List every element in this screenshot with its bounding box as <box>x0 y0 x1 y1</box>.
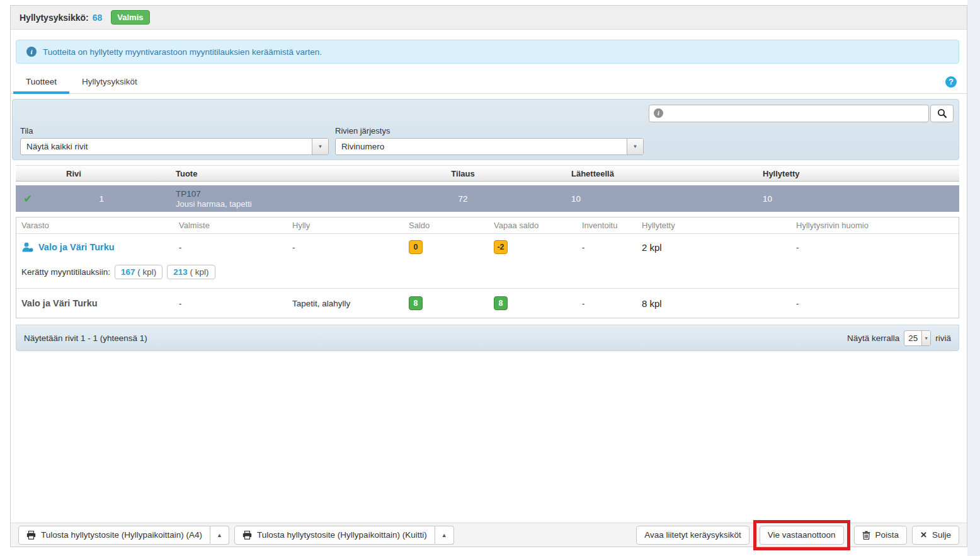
row-hyllytetty: 10 <box>746 194 959 204</box>
user-icon <box>21 242 34 252</box>
cell-valmiste: - <box>179 243 292 252</box>
print-a4-dropdown-toggle[interactable]: ▲ <box>210 526 229 545</box>
info-banner-text: Tuotteita on hyllytetty myyntivarastoon … <box>43 47 322 57</box>
subheader-varasto: Varasto <box>16 221 179 230</box>
header-hyllytetty: Hyllytetty <box>746 169 959 178</box>
cell-valmiste: - <box>179 299 292 308</box>
help-icon[interactable]: ? <box>945 76 957 88</box>
dialog-title-number: 68 <box>93 13 103 23</box>
subheader-vapaa-saldo: Vapaa saldo <box>494 221 582 230</box>
warehouse-link[interactable]: Valo ja Väri Turku <box>38 242 115 252</box>
saldo-badge: 0 <box>409 240 423 254</box>
page-size-select[interactable]: 25 ▼ <box>904 330 931 346</box>
open-picking-units-button[interactable]: Avaa liitetyt keräysyksiköt <box>636 526 749 545</box>
row-order-label: Rivien järjestys <box>335 126 644 136</box>
product-row-selected[interactable]: ✔ 1 TP107 Jousi harmaa, tapetti 72 10 10 <box>16 185 959 212</box>
printer-icon <box>242 531 252 540</box>
tab-tuotteet[interactable]: Tuotteet <box>13 71 69 93</box>
warehouse-detail-panel: Varasto Valmiste Hylly Saldo Vapaa saldo… <box>16 217 959 318</box>
row-rivi: 1 <box>43 194 104 204</box>
page-size-label: Näytä kerralla <box>847 333 899 343</box>
picked-qty-suffix: ( kpl) <box>135 267 157 277</box>
warehouse-name: Valo ja Väri Turku <box>21 298 98 308</box>
tab-bar: Tuotteet Hyllytysyksiköt ? <box>11 71 967 94</box>
search-info-icon: i <box>654 108 663 118</box>
caret-up-icon: ▲ <box>217 532 222 538</box>
subheader-hylly: Hylly <box>292 221 409 230</box>
rows-label: riviä <box>935 333 951 343</box>
cell-hylly: - <box>292 243 409 252</box>
caret-down-icon: ▼ <box>627 139 643 154</box>
vapaa-saldo-badge: -2 <box>494 240 508 254</box>
close-icon: ✕ <box>920 530 927 540</box>
printer-icon <box>26 531 36 540</box>
row-order-select[interactable]: Rivinumero ▼ <box>335 138 644 155</box>
row-order-value: Rivinumero <box>336 139 627 154</box>
info-icon: i <box>26 47 37 57</box>
trash-icon <box>862 531 870 540</box>
subheader-valmiste: Valmiste <box>179 221 292 230</box>
picked-qty-chip[interactable]: 167 ( kpl) <box>115 265 162 279</box>
tab-hyllytysyksikot[interactable]: Hyllytysyksiköt <box>69 71 150 93</box>
close-button[interactable]: ✕ Sulje <box>912 526 959 545</box>
status-filter-value: Näytä kaikki rivit <box>21 139 312 154</box>
cell-huomio: - <box>796 299 959 308</box>
row-lahetteella: 10 <box>557 194 746 204</box>
picked-qty-number: 213 <box>173 267 188 277</box>
to-receiving-button[interactable]: Vie vastaanottoon <box>760 526 844 545</box>
cell-hylly: Tapetit, alahylly <box>292 299 409 308</box>
search-button[interactable] <box>930 105 954 122</box>
info-banner: i Tuotteita on hyllytetty myyntivarastoo… <box>16 40 959 64</box>
header-tilaus: Tilaus <box>368 169 557 178</box>
saldo-badge: 8 <box>409 296 423 310</box>
vapaa-saldo-badge: 8 <box>494 296 508 310</box>
search-input[interactable] <box>649 105 929 122</box>
warehouse-row: Valo ja Väri Turku - - 0 -2 - 2 kpl - <box>16 234 959 260</box>
warehouse-row: Valo ja Väri Turku - Tapetit, alahylly 8… <box>16 289 959 318</box>
print-receipt-button[interactable]: Tulosta hyllytystosite (Hyllypaikoittain… <box>234 526 435 545</box>
status-filter-select[interactable]: Näytä kaikki rivit ▼ <box>20 138 329 155</box>
dialog-title: Hyllytysyksikkö: <box>20 13 89 23</box>
header-rivi: Rivi <box>43 169 104 178</box>
print-receipt-dropdown-toggle[interactable]: ▲ <box>435 526 454 545</box>
status-badge: Valmis <box>111 10 149 25</box>
search-icon <box>937 108 947 119</box>
product-table-header: Rivi Tuote Tilaus Lähetteellä Hyllytetty <box>16 165 959 182</box>
subheader-hyllytetty: Hyllytetty <box>642 221 796 230</box>
caret-down-icon: ▼ <box>312 139 328 154</box>
header-tuote: Tuote <box>104 169 368 178</box>
header-lahetteella: Lähetteellä <box>557 169 746 178</box>
warehouse-table-header: Varasto Valmiste Hylly Saldo Vapaa saldo… <box>16 217 959 234</box>
filter-panel: i Tila Näytä kaikki rivit ▼ Rivien järje… <box>12 99 959 160</box>
cell-hyllytetty: 2 kpl <box>642 242 796 253</box>
cell-hyllytetty: 8 kpl <box>642 298 796 309</box>
check-icon: ✔ <box>23 193 32 205</box>
page-background-strip <box>967 0 980 556</box>
subheader-huomio: Hyllytysrivin huomio <box>796 221 959 230</box>
action-bar: Tulosta hyllytystosite (Hyllypaikoittain… <box>11 523 967 547</box>
annotation-highlight-box: Vie vastaanottoon <box>753 520 850 550</box>
print-a4-button[interactable]: Tulosta hyllytystosite (Hyllypaikoittain… <box>18 526 210 545</box>
cell-inventoitu: - <box>582 299 642 308</box>
table-pager: Näytetään rivit 1 - 1 (yhteensä 1) Näytä… <box>16 325 959 351</box>
caret-up-icon: ▲ <box>442 532 447 538</box>
row-tilaus: 72 <box>368 194 557 204</box>
caret-down-icon: ▼ <box>921 331 930 345</box>
delete-button[interactable]: Poista <box>854 526 908 545</box>
product-name: Jousi harmaa, tapetti <box>176 199 368 209</box>
cell-inventoitu: - <box>582 243 642 252</box>
dialog-header: Hyllytysyksikkö: 68 Valmis <box>11 6 967 30</box>
picked-to-orders-label: Kerätty myyntitilauksiin: <box>21 267 110 277</box>
subheader-saldo: Saldo <box>409 221 494 230</box>
status-filter-label: Tila <box>20 126 329 136</box>
picked-qty-number: 167 <box>121 267 135 277</box>
page-size-value: 25 <box>904 331 921 345</box>
putaway-unit-dialog: Hyllytysyksikkö: 68 Valmis i Tuotteita o… <box>10 5 967 547</box>
picked-qty-suffix: ( kpl) <box>188 267 209 277</box>
subheader-inventoitu: Inventoitu <box>582 221 642 230</box>
product-code: TP107 <box>176 189 368 199</box>
cell-huomio: - <box>796 243 959 252</box>
pager-summary: Näytetään rivit 1 - 1 (yhteensä 1) <box>24 333 147 343</box>
picked-qty-chip[interactable]: 213 ( kpl) <box>167 265 215 279</box>
picked-to-orders-row: Kerätty myyntitilauksiin: 167 ( kpl) 213… <box>16 260 959 283</box>
